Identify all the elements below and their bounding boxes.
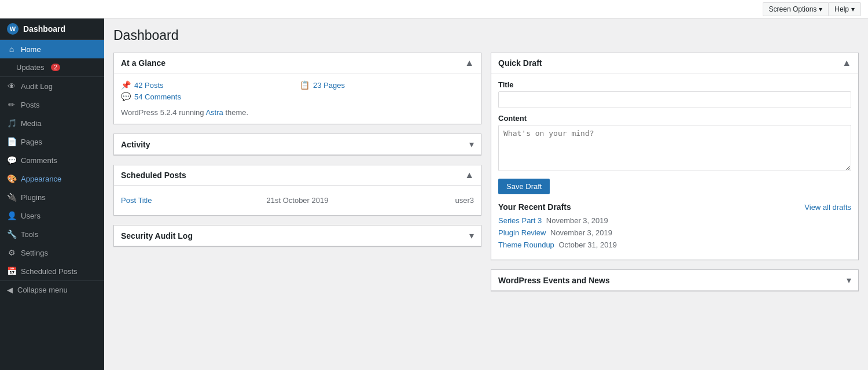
title-input[interactable] bbox=[498, 91, 851, 108]
save-draft-button[interactable]: Save Draft bbox=[498, 179, 550, 194]
draft-link-2[interactable]: Theme Roundup bbox=[498, 240, 554, 249]
sidebar-item-audit-log[interactable]: 👁 Audit Log bbox=[0, 77, 104, 95]
events-header: WordPress Events and News ▾ bbox=[491, 270, 858, 291]
help-label: Help bbox=[834, 5, 849, 13]
sidebar-collapse-button[interactable]: ◀ Collapse menu bbox=[0, 280, 104, 299]
users-icon: 👤 bbox=[7, 211, 16, 220]
draft-link-0[interactable]: Series Part 3 bbox=[498, 216, 542, 225]
tools-icon: 🔧 bbox=[7, 230, 16, 239]
sidebar: W Dashboard ⌂ Home Updates 2 👁 Audit Log… bbox=[0, 18, 104, 370]
sidebar-appearance-label: Appearance bbox=[21, 175, 61, 183]
glance-footer: WordPress 5.2.4 running Astra theme. bbox=[121, 108, 474, 117]
posts-link[interactable]: 42 Posts bbox=[134, 81, 164, 90]
draft-date-1: November 3, 2019 bbox=[550, 228, 612, 237]
draft-item-0: Series Part 3 November 3, 2019 bbox=[498, 216, 851, 225]
draft-item-1: Plugin Review November 3, 2019 bbox=[498, 228, 851, 237]
screen-options-button[interactable]: Screen Options ▾ bbox=[763, 2, 829, 16]
sidebar-tools-label: Tools bbox=[21, 230, 38, 239]
scheduled-posts-toggle[interactable]: ▲ bbox=[465, 170, 474, 180]
sidebar-posts-label: Posts bbox=[21, 101, 40, 109]
layout: W Dashboard ⌂ Home Updates 2 👁 Audit Log… bbox=[0, 18, 868, 370]
sidebar-pages-label: Pages bbox=[21, 138, 42, 146]
draft-date-0: November 3, 2019 bbox=[546, 216, 608, 225]
quick-draft-title: Quick Draft bbox=[498, 58, 542, 68]
events-toggle[interactable]: ▾ bbox=[847, 275, 851, 286]
media-icon: 🎵 bbox=[7, 119, 16, 128]
sidebar-logo[interactable]: W Dashboard bbox=[0, 18, 104, 40]
top-bar: Screen Options ▾ Help ▾ bbox=[0, 0, 868, 18]
quick-draft-body: Title Content Save Draft Your Recent Dra… bbox=[491, 73, 858, 260]
draft-link-1[interactable]: Plugin Review bbox=[498, 228, 546, 237]
scheduled-post-title: Post Title bbox=[121, 196, 238, 205]
at-a-glance-toggle[interactable]: ▲ bbox=[465, 58, 474, 68]
sidebar-item-pages[interactable]: 📄 Pages bbox=[0, 132, 104, 151]
glance-posts: 📌 42 Posts bbox=[121, 80, 295, 90]
widget-at-a-glance: At a Glance ▲ 📌 42 Posts 📋 23 Pages bbox=[113, 53, 481, 124]
widget-events: WordPress Events and News ▾ bbox=[491, 269, 859, 291]
at-a-glance-header: At a Glance ▲ bbox=[114, 53, 481, 73]
theme-link[interactable]: Astra bbox=[205, 108, 223, 117]
screen-options-label: Screen Options bbox=[769, 5, 817, 13]
recent-drafts-header: Your Recent Drafts View all drafts bbox=[498, 202, 851, 212]
security-title: Security Audit Log bbox=[121, 231, 193, 240]
sidebar-item-updates[interactable]: Updates 2 bbox=[0, 58, 104, 76]
comment-icon: 💬 bbox=[121, 92, 131, 101]
posts-icon: ✏ bbox=[7, 100, 16, 109]
draft-item-2: Theme Roundup October 31, 2019 bbox=[498, 240, 851, 249]
sidebar-scheduled-label: Scheduled Posts bbox=[21, 267, 78, 276]
sidebar-item-comments[interactable]: 💬 Comments bbox=[0, 151, 104, 169]
draft-date-2: October 31, 2019 bbox=[558, 240, 616, 249]
scheduled-post-row: Post Title 21st October 2019 user3 bbox=[121, 193, 474, 208]
glance-comments: 💬 54 Comments bbox=[121, 92, 295, 101]
sidebar-users-label: Users bbox=[21, 212, 41, 220]
title-label: Title bbox=[498, 80, 851, 89]
pages-link[interactable]: 23 Pages bbox=[313, 81, 345, 90]
security-header: Security Audit Log ▾ bbox=[114, 225, 481, 246]
at-a-glance-title: At a Glance bbox=[121, 58, 165, 68]
sidebar-appearance-wrapper: 🎨 Appearance Themes Customize Widgets Me… bbox=[0, 169, 104, 188]
widget-activity: Activity ▾ bbox=[113, 134, 481, 156]
view-all-drafts-link[interactable]: View all drafts bbox=[804, 203, 851, 212]
comments-link[interactable]: 54 Comments bbox=[134, 92, 181, 101]
scheduled-posts-header: Scheduled Posts ▲ bbox=[114, 165, 481, 186]
collapse-icon: ◀ bbox=[7, 286, 13, 294]
sidebar-item-settings[interactable]: ⚙ Settings bbox=[0, 243, 104, 262]
updates-badge: 2 bbox=[51, 64, 60, 71]
sidebar-logo-text: Dashboard bbox=[23, 24, 65, 34]
sidebar-item-media[interactable]: 🎵 Media bbox=[0, 114, 104, 132]
sidebar-updates-label: Updates bbox=[16, 63, 44, 72]
quick-draft-toggle[interactable]: ▲ bbox=[842, 58, 851, 68]
activity-title: Activity bbox=[121, 140, 150, 149]
events-title: WordPress Events and News bbox=[498, 276, 610, 285]
widget-security: Security Audit Log ▾ bbox=[113, 225, 481, 247]
sidebar-home-section: ⌂ Home Updates 2 bbox=[0, 40, 104, 77]
sidebar-item-scheduled-posts[interactable]: 📅 Scheduled Posts bbox=[0, 262, 104, 280]
sidebar-settings-label: Settings bbox=[21, 249, 48, 257]
chevron-down-icon: ▾ bbox=[819, 5, 822, 13]
activity-toggle[interactable]: ▾ bbox=[469, 139, 474, 150]
audit-icon: 👁 bbox=[7, 82, 16, 91]
widget-scheduled-posts: Scheduled Posts ▲ Post Title 21st Octobe… bbox=[113, 165, 481, 216]
sidebar-item-plugins[interactable]: 🔌 Plugins bbox=[0, 188, 104, 206]
sidebar-comments-label: Comments bbox=[21, 156, 57, 165]
pages-icon: 📄 bbox=[7, 137, 16, 146]
scheduled-post-user: user3 bbox=[356, 196, 474, 205]
left-column: At a Glance ▲ 📌 42 Posts 📋 23 Pages bbox=[113, 53, 481, 291]
glance-stats: 📌 42 Posts 📋 23 Pages 💬 54 Comments bbox=[121, 80, 474, 101]
sidebar-item-tools[interactable]: 🔧 Tools bbox=[0, 225, 104, 243]
security-toggle[interactable]: ▾ bbox=[469, 230, 474, 241]
recent-drafts-title: Your Recent Drafts bbox=[498, 202, 571, 212]
sidebar-item-users[interactable]: 👤 Users bbox=[0, 206, 104, 225]
content-label: Content bbox=[498, 114, 851, 123]
comments-icon: 💬 bbox=[7, 156, 16, 165]
scheduled-post-date: 21st October 2019 bbox=[238, 196, 356, 205]
scheduled-posts-body: Post Title 21st October 2019 user3 bbox=[114, 186, 481, 215]
sidebar-item-posts[interactable]: ✏ Posts bbox=[0, 95, 104, 114]
content-textarea[interactable] bbox=[498, 125, 851, 171]
appearance-icon: 🎨 bbox=[7, 174, 16, 183]
sidebar-item-home[interactable]: ⌂ Home bbox=[0, 40, 104, 58]
sidebar-item-appearance[interactable]: 🎨 Appearance bbox=[0, 169, 104, 188]
settings-icon: ⚙ bbox=[7, 248, 16, 257]
plugins-icon: 🔌 bbox=[7, 193, 16, 202]
help-button[interactable]: Help ▾ bbox=[828, 2, 861, 16]
